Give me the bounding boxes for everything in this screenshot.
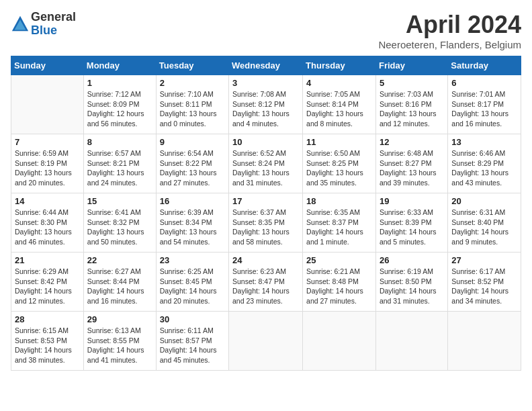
day-number: 11 [306,137,372,147]
calendar-cell: 6Sunrise: 7:01 AMSunset: 8:17 PMDaylight… [448,75,521,134]
day-info: Sunrise: 6:33 AMSunset: 8:39 PMDaylight:… [380,208,444,247]
day-info: Sunrise: 6:17 AMSunset: 8:52 PMDaylight:… [451,267,517,306]
day-number: 4 [306,78,372,88]
day-info: Sunrise: 6:31 AMSunset: 8:40 PMDaylight:… [451,208,517,247]
logo-general: General [31,11,76,24]
calendar-cell: 19Sunrise: 6:33 AMSunset: 8:39 PMDayligh… [375,193,447,253]
day-number: 13 [451,137,517,147]
calendar-cell: 25Sunrise: 6:21 AMSunset: 8:48 PMDayligh… [303,253,376,312]
weekday-header-saturday: Saturday [448,56,521,75]
weekday-header-tuesday: Tuesday [156,56,228,75]
calendar-cell: 20Sunrise: 6:31 AMSunset: 8:40 PMDayligh… [448,193,521,253]
day-info: Sunrise: 6:48 AMSunset: 8:27 PMDaylight:… [380,148,444,188]
day-number: 1 [87,78,152,88]
day-info: Sunrise: 6:15 AMSunset: 8:53 PMDaylight:… [15,326,80,365]
weekday-header-friday: Friday [375,56,447,75]
day-info: Sunrise: 7:01 AMSunset: 8:17 PMDaylight:… [451,89,517,129]
calendar-cell: 24Sunrise: 6:23 AMSunset: 8:47 PMDayligh… [229,253,303,312]
calendar-cell: 9Sunrise: 6:54 AMSunset: 8:22 PMDaylight… [156,134,228,193]
day-number: 14 [15,196,80,206]
day-number: 7 [15,137,80,147]
calendar-cell: 17Sunrise: 6:37 AMSunset: 8:35 PMDayligh… [229,193,303,253]
calendar-cell: 12Sunrise: 6:48 AMSunset: 8:27 PMDayligh… [375,134,447,193]
day-number: 19 [380,196,444,206]
day-number: 26 [380,255,444,265]
day-number: 20 [451,196,517,206]
day-info: Sunrise: 6:52 AMSunset: 8:24 PMDaylight:… [232,148,299,188]
day-info: Sunrise: 7:08 AMSunset: 8:12 PMDaylight:… [232,89,299,129]
day-info: Sunrise: 6:37 AMSunset: 8:35 PMDaylight:… [232,208,299,247]
calendar-cell: 28Sunrise: 6:15 AMSunset: 8:53 PMDayligh… [11,312,84,371]
logo-text: General Blue [31,11,76,38]
day-number: 18 [306,196,372,206]
calendar-cell: 29Sunrise: 6:13 AMSunset: 8:55 PMDayligh… [83,312,156,371]
calendar-cell: 30Sunrise: 6:11 AMSunset: 8:57 PMDayligh… [156,312,228,371]
calendar-cell: 4Sunrise: 7:05 AMSunset: 8:14 PMDaylight… [303,75,376,134]
weekday-header-thursday: Thursday [303,56,376,75]
calendar-table: SundayMondayTuesdayWednesdayThursdayFrid… [11,56,521,371]
day-info: Sunrise: 7:03 AMSunset: 8:16 PMDaylight:… [380,89,444,129]
day-number: 25 [306,255,372,265]
calendar-cell: 3Sunrise: 7:08 AMSunset: 8:12 PMDaylight… [229,75,303,134]
weekday-header-sunday: Sunday [11,56,84,75]
calendar-body: 1Sunrise: 7:12 AMSunset: 8:09 PMDaylight… [11,75,521,371]
day-number: 23 [160,255,225,265]
day-info: Sunrise: 7:10 AMSunset: 8:11 PMDaylight:… [160,89,225,129]
calendar-week-row: 1Sunrise: 7:12 AMSunset: 8:09 PMDaylight… [11,75,521,134]
day-info: Sunrise: 6:11 AMSunset: 8:57 PMDaylight:… [160,326,225,365]
calendar-cell: 1Sunrise: 7:12 AMSunset: 8:09 PMDaylight… [83,75,156,134]
weekday-header-monday: Monday [83,56,156,75]
calendar-cell: 18Sunrise: 6:35 AMSunset: 8:37 PMDayligh… [303,193,376,253]
month-title: April 2024 [378,11,521,39]
day-info: Sunrise: 6:57 AMSunset: 8:21 PMDaylight:… [87,148,152,188]
day-info: Sunrise: 6:21 AMSunset: 8:48 PMDaylight:… [306,267,372,306]
calendar-header: SundayMondayTuesdayWednesdayThursdayFrid… [11,56,521,75]
day-number: 17 [232,196,299,206]
calendar-cell [303,312,376,371]
day-info: Sunrise: 6:35 AMSunset: 8:37 PMDaylight:… [306,208,372,247]
calendar-cell: 2Sunrise: 7:10 AMSunset: 8:11 PMDaylight… [156,75,228,134]
calendar-cell: 7Sunrise: 6:59 AMSunset: 8:19 PMDaylight… [11,134,84,193]
day-info: Sunrise: 7:05 AMSunset: 8:14 PMDaylight:… [306,89,372,129]
calendar-cell: 23Sunrise: 6:25 AMSunset: 8:45 PMDayligh… [156,253,228,312]
day-info: Sunrise: 6:41 AMSunset: 8:32 PMDaylight:… [87,208,152,247]
calendar-cell: 11Sunrise: 6:50 AMSunset: 8:25 PMDayligh… [303,134,376,193]
calendar-cell [448,312,521,371]
day-number: 30 [160,314,225,324]
calendar-cell [375,312,447,371]
calendar-cell [229,312,303,371]
calendar-cell: 14Sunrise: 6:44 AMSunset: 8:30 PMDayligh… [11,193,84,253]
calendar-cell [11,75,84,134]
calendar-cell: 8Sunrise: 6:57 AMSunset: 8:21 PMDaylight… [83,134,156,193]
logo-icon [11,15,30,34]
logo: General Blue [11,11,76,38]
day-number: 29 [87,314,152,324]
calendar-cell: 26Sunrise: 6:19 AMSunset: 8:50 PMDayligh… [375,253,447,312]
day-number: 24 [232,255,299,265]
day-number: 28 [15,314,80,324]
day-number: 12 [380,137,444,147]
page-header: General Blue April 2024 Neeroeteren, Fla… [11,11,521,50]
day-info: Sunrise: 6:46 AMSunset: 8:29 PMDaylight:… [451,148,517,188]
day-info: Sunrise: 6:27 AMSunset: 8:44 PMDaylight:… [87,267,152,306]
day-number: 10 [232,137,299,147]
day-info: Sunrise: 6:54 AMSunset: 8:22 PMDaylight:… [160,148,225,188]
weekday-header-wednesday: Wednesday [229,56,303,75]
calendar-cell: 27Sunrise: 6:17 AMSunset: 8:52 PMDayligh… [448,253,521,312]
day-number: 21 [15,255,80,265]
day-number: 5 [380,78,444,88]
calendar-week-row: 28Sunrise: 6:15 AMSunset: 8:53 PMDayligh… [11,312,521,371]
day-number: 22 [87,255,152,265]
day-number: 15 [87,196,152,206]
day-info: Sunrise: 6:59 AMSunset: 8:19 PMDaylight:… [15,148,80,188]
day-number: 6 [451,78,517,88]
calendar-cell: 21Sunrise: 6:29 AMSunset: 8:42 PMDayligh… [11,253,84,312]
calendar-week-row: 21Sunrise: 6:29 AMSunset: 8:42 PMDayligh… [11,253,521,312]
title-block: April 2024 Neeroeteren, Flanders, Belgiu… [378,11,521,50]
day-info: Sunrise: 6:25 AMSunset: 8:45 PMDaylight:… [160,267,225,306]
day-number: 8 [87,137,152,147]
calendar-cell: 13Sunrise: 6:46 AMSunset: 8:29 PMDayligh… [448,134,521,193]
day-info: Sunrise: 6:44 AMSunset: 8:30 PMDaylight:… [15,208,80,247]
day-info: Sunrise: 6:19 AMSunset: 8:50 PMDaylight:… [380,267,444,306]
day-number: 3 [232,78,299,88]
